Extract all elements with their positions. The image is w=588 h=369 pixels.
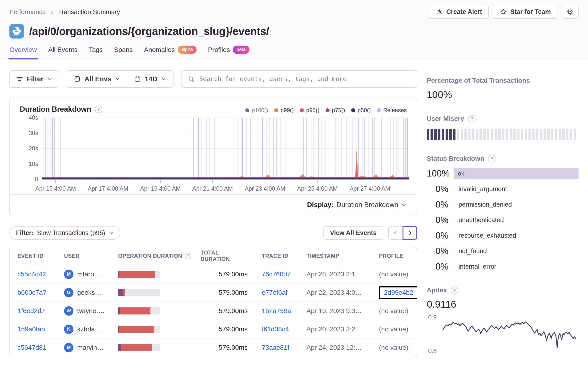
event-id-cell: c55c4d42: [17, 270, 64, 278]
alpha-badge: alpha: [178, 46, 197, 54]
trace-id-cell: 73aae81f: [257, 344, 306, 351]
status-percent: 0%: [427, 199, 448, 210]
operation-duration-cell: [118, 326, 200, 333]
environment-selector[interactable]: All Envs: [67, 71, 127, 87]
event-id-link[interactable]: 159a0fab: [17, 326, 45, 333]
legend-item-p95[interactable]: p95(): [300, 107, 319, 113]
total-duration-cell: 579.00ms: [200, 289, 257, 296]
legend-item-Releases[interactable]: Releases: [377, 107, 407, 113]
legend-item-p100[interactable]: p100(): [245, 107, 268, 113]
breadcrumb-performance[interactable]: Performance: [10, 9, 46, 16]
avatar: G: [64, 288, 74, 297]
table-row: 159a0fabKkzhda…579.00msf61d38c4Apr 20, 2…: [10, 320, 417, 339]
status-tick-bar: [454, 246, 454, 256]
chevron-down-icon: [161, 76, 167, 81]
tab-label: Anomalies: [144, 46, 175, 54]
event-id-link[interactable]: c5647d81: [17, 344, 46, 351]
misery-segment: [574, 129, 576, 140]
trace-id-link[interactable]: 73aae81f: [262, 344, 289, 351]
display-selector[interactable]: Duration Breakdown: [336, 201, 407, 209]
status-row-unauthenticated: 0%unauthenticated: [427, 215, 578, 225]
help-icon[interactable]: ?: [488, 155, 495, 162]
search-input[interactable]: [199, 75, 410, 82]
status-name: ok: [458, 170, 464, 177]
table-row: c55c4d42Mmfaro…579.00ms76c760d7Apr 28, 2…: [10, 265, 417, 283]
legend-item-p50[interactable]: p50(): [351, 107, 371, 113]
chevron-down-icon: [108, 230, 114, 236]
misery-segment: [461, 129, 463, 140]
status-tick-bar: [454, 215, 454, 225]
duration-breakdown-chart[interactable]: 010s20s30s40sApr 15 4:00 AMApr 17 4:00 A…: [15, 114, 412, 193]
legend-dot: [351, 108, 355, 112]
settings-button[interactable]: [562, 5, 578, 19]
misery-segment: [480, 129, 482, 140]
status-name: invalid_argument: [459, 185, 507, 193]
search-bar[interactable]: [181, 70, 417, 88]
event-id-link[interactable]: 1f6ed2d7: [17, 307, 45, 314]
tab-overview[interactable]: Overview: [10, 46, 37, 59]
event-id-link[interactable]: b600c7a7: [17, 289, 46, 296]
event-id-link[interactable]: c55c4d42: [17, 270, 46, 278]
create-alert-button[interactable]: Create Alert: [429, 5, 489, 19]
timestamp-cell: Apr 22, 2023 4:0…: [306, 289, 377, 296]
user-cell: Mmarvin…: [64, 343, 118, 352]
user-cell: Kkzhda…: [64, 325, 118, 334]
user-misery-bar[interactable]: [427, 129, 578, 140]
trace-id-link[interactable]: 1b2a759a: [262, 307, 291, 314]
misery-segment: [442, 129, 444, 140]
operation-duration-cell: [118, 344, 200, 351]
profile-link[interactable]: 2d99e4b2: [384, 289, 413, 296]
svg-text:30s: 30s: [29, 130, 38, 136]
legend-label: p99(): [281, 107, 294, 113]
column-header-total-duration: TOTAL DURATION: [200, 249, 257, 262]
misery-segment: [562, 129, 565, 140]
tab-spans[interactable]: Spans: [114, 46, 133, 59]
apdex-chart[interactable]: 0.9 0.8: [427, 313, 578, 355]
trace-id-cell: 76c760d7: [257, 270, 306, 278]
legend-dot: [300, 108, 304, 112]
help-icon[interactable]: ?: [468, 115, 475, 122]
profile-no-value: (no value): [379, 270, 408, 278]
svg-text:20s: 20s: [29, 145, 38, 152]
next-page-button[interactable]: [402, 226, 417, 240]
tab-anomalies[interactable]: Anomaliesalpha: [144, 46, 197, 59]
legend-item-p99[interactable]: p99(): [274, 107, 294, 113]
duration-breakdown-title: Duration Breakdown: [20, 105, 91, 113]
column-header-label: TOTAL DURATION: [200, 249, 248, 262]
misery-segment: [502, 129, 504, 140]
trace-id-link[interactable]: 76c760d7: [262, 270, 291, 278]
filter-button[interactable]: Filter: [10, 70, 59, 88]
apdex-y-max: 0.9: [428, 314, 437, 321]
avatar: M: [64, 343, 74, 352]
legend-label: p95(): [306, 107, 319, 113]
op-bar-segment-purple: [118, 344, 121, 351]
tab-all-events[interactable]: All Events: [48, 46, 78, 59]
misery-segment: [487, 129, 489, 140]
tab-tags[interactable]: Tags: [89, 46, 103, 59]
operation-duration-bar: [118, 271, 160, 278]
status-percent: 0%: [427, 262, 448, 272]
misery-segment: [570, 129, 572, 140]
status-name: unauthenticated: [459, 217, 504, 224]
view-all-events-label: View All Events: [330, 229, 377, 237]
breadcrumb: Performance Transaction Summary: [10, 5, 120, 16]
date-range-selector[interactable]: 14D: [127, 71, 173, 87]
trace-id-link[interactable]: e77ef6af: [262, 289, 287, 296]
misery-segment: [559, 129, 561, 140]
help-icon[interactable]: ?: [451, 287, 458, 294]
profile-no-value: (no value): [379, 307, 408, 314]
misery-segment: [464, 129, 467, 140]
help-icon[interactable]: ?: [95, 106, 102, 113]
star-for-team-button[interactable]: Star for Team: [493, 5, 557, 19]
help-icon[interactable]: ?: [185, 253, 191, 259]
view-all-events-button[interactable]: View All Events: [323, 226, 383, 240]
tab-label: Overview: [10, 46, 37, 54]
tab-profiles[interactable]: Profilesbeta: [208, 46, 249, 59]
legend-item-p75[interactable]: p75(): [326, 107, 345, 113]
column-header-label: EVENT ID: [17, 253, 43, 259]
transactions-filter-dropdown[interactable]: Filter: Slow Transactions (p95): [10, 226, 120, 240]
trace-id-link[interactable]: f61d38c4: [262, 326, 289, 333]
tab-bar: OverviewAll EventsTagsSpansAnomaliesalph…: [0, 39, 588, 59]
previous-page-button[interactable]: [388, 226, 403, 240]
profile-cell: (no value): [377, 344, 409, 351]
